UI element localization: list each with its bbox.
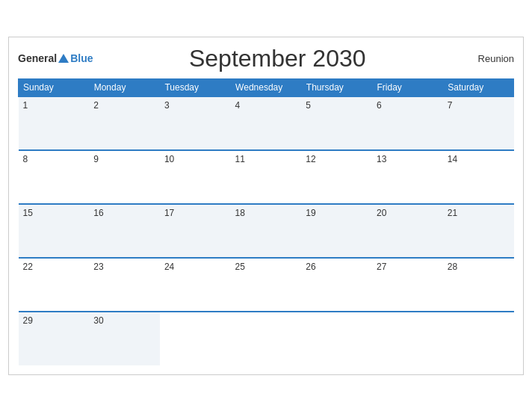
calendar-day-cell: 27 xyxy=(372,258,443,312)
calendar-day-cell xyxy=(160,312,231,365)
header-saturday: Saturday xyxy=(443,78,514,96)
calendar-day-cell: 5 xyxy=(301,96,372,150)
calendar-day-cell: 6 xyxy=(372,96,443,150)
calendar-title: September 2030 xyxy=(93,45,462,72)
calendar-day-cell: 23 xyxy=(89,258,160,312)
calendar-day-cell: 15 xyxy=(19,204,90,258)
calendar-day-cell: 22 xyxy=(19,258,90,312)
day-number: 7 xyxy=(448,100,453,111)
header-sunday: Sunday xyxy=(19,78,90,96)
calendar-day-cell: 18 xyxy=(231,204,302,258)
header-friday: Friday xyxy=(372,78,443,96)
calendar-day-cell: 13 xyxy=(372,150,443,204)
header-monday: Monday xyxy=(89,78,160,96)
day-number: 4 xyxy=(235,100,241,111)
day-number: 30 xyxy=(93,315,103,326)
calendar-day-cell: 11 xyxy=(231,150,302,204)
calendar-day-cell: 24 xyxy=(160,258,231,312)
calendar-day-cell: 20 xyxy=(372,204,443,258)
day-number: 3 xyxy=(164,100,170,111)
calendar-day-cell xyxy=(443,312,514,365)
day-number: 17 xyxy=(164,208,174,218)
calendar-day-cell: 19 xyxy=(301,204,372,258)
day-number: 21 xyxy=(448,208,457,218)
day-number: 11 xyxy=(235,154,245,164)
calendar-day-cell: 25 xyxy=(231,258,302,312)
calendar-week-row: 22232425262728 xyxy=(19,258,514,312)
calendar-day-cell xyxy=(301,312,372,365)
calendar-day-cell: 16 xyxy=(89,204,160,258)
weekday-header-row: Sunday Monday Tuesday Wednesday Thursday… xyxy=(19,78,514,96)
calendar-day-cell: 10 xyxy=(160,150,231,204)
day-number: 24 xyxy=(164,262,174,272)
calendar-day-cell: 14 xyxy=(443,150,514,204)
day-number: 20 xyxy=(377,208,386,218)
day-number: 25 xyxy=(235,262,245,272)
calendar-header: General Blue September 2030 Reunion xyxy=(18,45,514,72)
calendar-body: 1234567891011121314151617181920212223242… xyxy=(19,96,514,365)
day-number: 12 xyxy=(306,154,315,164)
calendar-week-row: 1234567 xyxy=(19,96,514,150)
day-number: 6 xyxy=(377,100,382,111)
calendar-day-cell: 28 xyxy=(443,258,514,312)
calendar-week-row: 2930 xyxy=(19,312,514,365)
header-tuesday: Tuesday xyxy=(160,78,231,96)
calendar-day-cell xyxy=(231,312,302,365)
day-number: 23 xyxy=(93,262,103,272)
day-number: 18 xyxy=(235,208,245,218)
calendar-container: General Blue September 2030 Reunion Sund… xyxy=(8,37,524,375)
logo-triangle-icon xyxy=(58,54,69,63)
logo-general-text: General xyxy=(18,52,57,64)
calendar-day-cell: 12 xyxy=(301,150,372,204)
calendar-day-cell: 9 xyxy=(89,150,160,204)
calendar-week-row: 891011121314 xyxy=(19,150,514,204)
calendar-day-cell: 4 xyxy=(231,96,302,150)
calendar-day-cell: 1 xyxy=(19,96,90,150)
calendar-day-cell: 8 xyxy=(19,150,90,204)
day-number: 8 xyxy=(23,154,28,164)
calendar-day-cell: 17 xyxy=(160,204,231,258)
calendar-day-cell: 26 xyxy=(301,258,372,312)
calendar-day-cell: 3 xyxy=(160,96,231,150)
calendar-day-cell xyxy=(372,312,443,365)
calendar-day-cell: 30 xyxy=(89,312,160,365)
day-number: 29 xyxy=(23,315,33,326)
day-number: 27 xyxy=(377,262,386,272)
calendar-day-cell: 29 xyxy=(19,312,90,365)
day-number: 2 xyxy=(93,100,99,111)
day-number: 1 xyxy=(23,100,28,111)
region-label: Reunion xyxy=(462,53,514,64)
day-number: 13 xyxy=(377,154,386,164)
day-number: 14 xyxy=(448,154,457,164)
calendar-day-cell: 21 xyxy=(443,204,514,258)
header-wednesday: Wednesday xyxy=(231,78,302,96)
day-number: 16 xyxy=(93,208,103,218)
calendar-week-row: 15161718192021 xyxy=(19,204,514,258)
day-number: 5 xyxy=(306,100,311,111)
day-number: 22 xyxy=(23,262,33,272)
day-number: 19 xyxy=(306,208,315,218)
logo: General Blue xyxy=(18,52,93,64)
calendar-grid: Sunday Monday Tuesday Wednesday Thursday… xyxy=(18,78,514,365)
day-number: 9 xyxy=(93,154,99,164)
calendar-day-cell: 2 xyxy=(89,96,160,150)
header-thursday: Thursday xyxy=(301,78,372,96)
logo-blue-text: Blue xyxy=(70,52,93,64)
day-number: 26 xyxy=(306,262,315,272)
day-number: 15 xyxy=(23,208,33,218)
day-number: 28 xyxy=(448,262,457,272)
calendar-day-cell: 7 xyxy=(443,96,514,150)
day-number: 10 xyxy=(164,154,174,164)
